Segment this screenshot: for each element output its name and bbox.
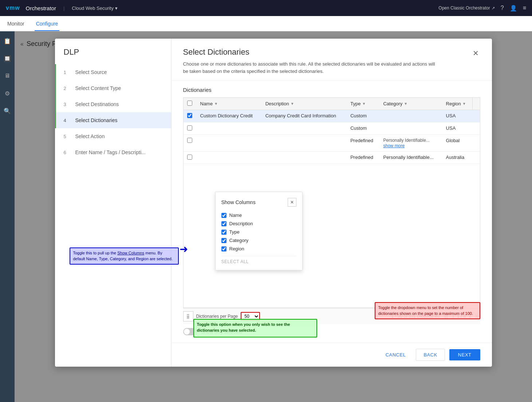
row2-scroll [472, 122, 480, 135]
next-button[interactable]: NEXT [449, 349, 480, 360]
row1-region: USA [442, 110, 472, 122]
back-button[interactable]: BACK [416, 349, 445, 361]
step-label-6: Enter Name / Tags / Descripti... [75, 149, 146, 155]
col-name-checkbox[interactable] [221, 213, 226, 218]
row2-description [262, 122, 347, 135]
type-filter-icon[interactable]: ▼ [362, 102, 366, 106]
col-category-checkbox[interactable] [221, 238, 226, 243]
sidebar: 📋 🔲 🖥 ⚙ 🔍 [0, 31, 15, 402]
row2-checkbox-cell [184, 122, 197, 135]
step-num-6: 6 [64, 150, 71, 155]
description-filter-icon[interactable]: ▼ [291, 102, 294, 106]
row1-type: Custom [347, 110, 379, 122]
region-filter-icon[interactable]: ▼ [462, 102, 466, 106]
sidebar-icon-4[interactable]: ⚙ [1, 87, 13, 99]
scrollbar-header [472, 98, 480, 110]
row1-scroll [472, 110, 480, 122]
sidebar-icon-2[interactable]: 🔲 [1, 52, 13, 64]
row4-category: Personally Identifiable... [379, 152, 442, 164]
row3-type: Predefined [347, 135, 379, 152]
annotation-red: Toggle the dropdown menu to set the numb… [375, 302, 480, 319]
show-columns-link: Show Columns [117, 251, 144, 255]
modal-overlay: DLP 1 Select Source 2 Select Content Typ… [15, 31, 532, 402]
row4-scroll [472, 152, 480, 164]
annotation-blue: Toggle this to pull up the Show Columns … [70, 247, 179, 265]
content-area: 📋 🔲 🖥 ⚙ 🔍 « Security Policies > DLP Poli… [0, 31, 532, 402]
annotation-arrow: ➜ [180, 243, 188, 255]
step-label-5: Select Action [75, 133, 105, 139]
step-item-6[interactable]: 6 Enter Name / Tags / Descripti... [55, 144, 171, 160]
row2-type: Custom [347, 122, 379, 135]
help-icon[interactable]: ? [501, 5, 504, 11]
sidebar-icon-1[interactable]: 📋 [1, 35, 13, 47]
popup-close-button[interactable]: ✕ [288, 198, 296, 207]
vmw-logo: vmw [6, 5, 20, 11]
step-label-3: Select Destinations [75, 101, 119, 107]
step-num-5: 5 [64, 134, 71, 139]
row3-checkbox[interactable] [187, 138, 192, 143]
classic-orchestrator-link[interactable]: Open Classic Orchestrator ↗ [438, 5, 494, 11]
row2-checkbox[interactable] [187, 125, 192, 130]
popup-select-all[interactable]: SELECT ALL [221, 256, 296, 264]
sidebar-icon-3[interactable]: 🖥 [1, 70, 13, 82]
nav-icons: ? 👤 ≡ [501, 5, 526, 12]
product-name[interactable]: Cloud Web Security ▾ [72, 5, 118, 11]
header-category: Category ▼ [379, 98, 442, 110]
step-item-5[interactable]: 5 Select Action [55, 128, 171, 144]
annotation-green-toggle: Toggle this option when you only wish to… [193, 319, 317, 337]
step-num-1: 1 [64, 70, 71, 75]
row1-category [379, 110, 442, 122]
step-list: 1 Select Source 2 Select Content Type 3 … [55, 64, 171, 160]
modal-header-content: Select Dictionaries Choose one or more d… [183, 47, 438, 75]
name-filter-icon[interactable]: ▼ [214, 102, 218, 106]
category-filter-icon[interactable]: ▼ [404, 102, 407, 106]
user-icon[interactable]: 👤 [510, 5, 517, 12]
tab-monitor[interactable]: Monitor [6, 17, 26, 31]
show-columns-popup: Show Columns ✕ Name Description Type [215, 192, 303, 270]
header-checkbox-col [184, 98, 197, 110]
modal-footer: CANCEL BACK NEXT [172, 343, 492, 367]
header-name: Name ▼ [197, 98, 262, 110]
popup-header: Show Columns ✕ [221, 198, 296, 207]
tab-configure[interactable]: Configure [35, 17, 60, 31]
modal-close-button[interactable]: ✕ [471, 47, 480, 59]
col-description-checkbox[interactable] [221, 221, 226, 226]
app-name: Orchestrator [26, 5, 56, 11]
menu-icon[interactable]: ≡ [523, 5, 526, 11]
show-columns-button[interactable]: ⣿ [183, 311, 193, 321]
row1-description: Company Credit Card Information [262, 110, 347, 122]
step-item-4[interactable]: 4 Select Dictionaries [55, 112, 171, 128]
popup-checkbox-description: Description [221, 219, 296, 228]
per-page-label: Dictionaries per Page [196, 314, 238, 319]
col-type-checkbox[interactable] [221, 230, 226, 235]
row3-checkbox-cell [184, 135, 197, 152]
table-row: Predefined Personally Identifiable... sh… [184, 135, 480, 152]
row4-checkbox-cell [184, 152, 197, 164]
modal-header: Select Dictionaries Choose one or more d… [172, 39, 492, 81]
step-label-4: Select Dictionaries [75, 117, 118, 123]
row4-name [197, 152, 262, 164]
table-body: Custom Dictionary Credit Company Credit … [184, 110, 480, 164]
sidebar-icon-5[interactable]: 🔍 [1, 105, 13, 117]
row3-description [262, 135, 347, 152]
modal-right-title: Select Dictionaries [183, 47, 438, 57]
step-label-2: Select Content Type [75, 85, 121, 91]
row2-category [379, 122, 442, 135]
select-all-checkbox[interactable] [187, 101, 192, 106]
step-item-3[interactable]: 3 Select Destinations [55, 96, 171, 112]
row1-checkbox[interactable] [187, 113, 192, 118]
row3-category: Personally Identifiable... show more [379, 135, 442, 152]
header-type: Type ▼ [347, 98, 379, 110]
popup-title: Show Columns [221, 199, 256, 205]
step-item-1[interactable]: 1 Select Source [55, 64, 171, 80]
table-header-row: Name ▼ Description ▼ [184, 98, 480, 110]
dictionaries-table: Name ▼ Description ▼ [184, 98, 480, 164]
row4-checkbox[interactable] [187, 155, 192, 160]
cancel-button[interactable]: CANCEL [380, 349, 412, 360]
col-region-checkbox[interactable] [221, 246, 226, 251]
row1-name: Custom Dictionary Credit [197, 110, 262, 122]
row4-description [262, 152, 347, 164]
row4-region: Australia [442, 152, 472, 164]
show-more-link[interactable]: show more [383, 143, 405, 148]
step-item-2[interactable]: 2 Select Content Type [55, 80, 171, 96]
